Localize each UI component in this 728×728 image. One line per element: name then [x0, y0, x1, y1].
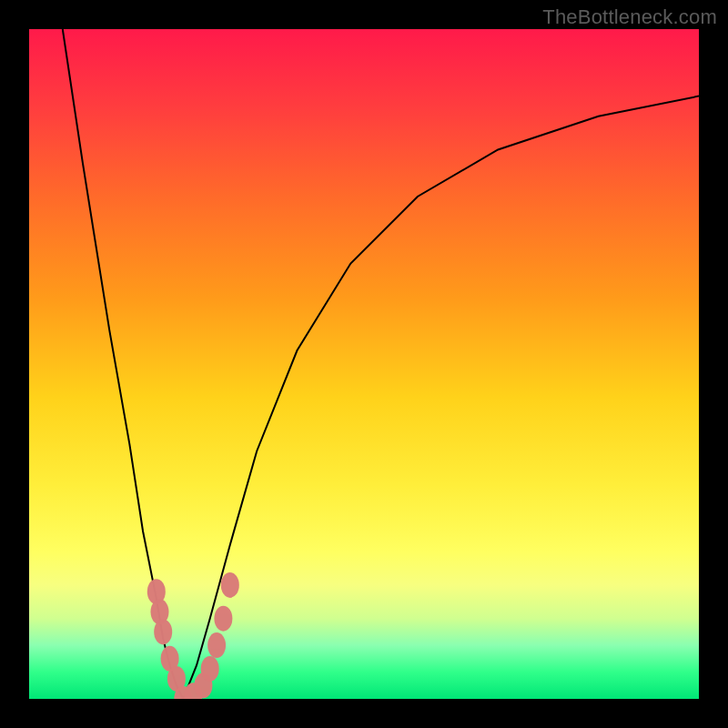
marker-blobs	[147, 572, 239, 699]
marker-blob	[201, 656, 219, 682]
watermark-text: TheBottleneck.com	[542, 5, 717, 29]
right-branch-curve	[183, 96, 699, 699]
left-branch-curve	[63, 29, 184, 699]
chart-frame: TheBottleneck.com	[0, 0, 728, 728]
marker-blob	[154, 619, 172, 644]
marker-blob	[221, 572, 239, 598]
marker-blob	[207, 632, 226, 658]
plot-area	[29, 29, 699, 699]
marker-blob	[214, 606, 232, 632]
curve-layer	[29, 29, 699, 699]
